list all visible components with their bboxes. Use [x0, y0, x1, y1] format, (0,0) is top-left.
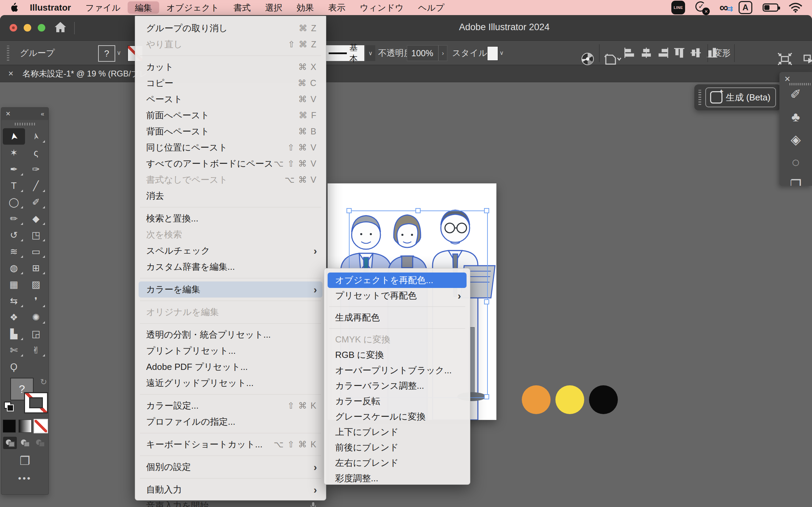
battery-icon[interactable] — [763, 3, 778, 12]
selection-handle[interactable] — [484, 394, 489, 399]
none-button[interactable] — [34, 420, 47, 433]
menu-item[interactable]: プロファイルの指定... — [139, 414, 322, 430]
gradient-tool-icon[interactable]: ▨ — [25, 276, 47, 293]
draw-inside-mode-button[interactable] — [33, 437, 47, 449]
menu-item[interactable]: 同じ位置にペースト⇧ ⌘ V — [139, 140, 322, 156]
menu-item[interactable]: オブジェクトを再配色... — [328, 273, 467, 288]
menu-item[interactable]: カラー反転 — [328, 394, 467, 409]
menu-item[interactable]: プリセットで再配色› — [328, 288, 467, 303]
column-graph-tool-icon[interactable]: ▙ — [3, 326, 25, 342]
transparency-icon[interactable]: ◌ — [792, 156, 800, 169]
home-icon[interactable] — [54, 21, 67, 33]
color-button[interactable] — [3, 420, 16, 433]
line-app-icon[interactable]: LINE — [671, 1, 685, 14]
collapse-panel-icon[interactable]: « — [41, 110, 44, 118]
selection-tool-icon[interactable]: ➤ — [3, 128, 25, 145]
menu-item[interactable]: カラー設定...⇧ ⌘ K — [139, 398, 322, 414]
menu-item[interactable]: 検索と置換... — [139, 210, 322, 227]
stroke-swatch[interactable] — [24, 392, 48, 413]
align-top-icon[interactable] — [673, 47, 685, 59]
menu-item[interactable]: カスタム辞書を編集... — [139, 259, 322, 275]
align-right-icon[interactable] — [657, 47, 669, 59]
edit-toolbar-icon[interactable]: ••• — [1, 473, 48, 484]
swap-fill-stroke-icon[interactable]: ↻ — [40, 377, 47, 387]
width-tool-icon[interactable]: ⇆ — [3, 293, 25, 309]
menu-item[interactable]: スペルチェック› — [139, 243, 322, 259]
black-circle[interactable] — [589, 385, 618, 414]
default-fill-stroke-icon[interactable] — [4, 402, 13, 411]
rotate-tool-icon[interactable]: ↺ — [3, 227, 25, 243]
symbol-sprayer-tool-icon[interactable]: ✺ — [25, 309, 47, 326]
menubar-item[interactable]: 表示 — [321, 1, 353, 14]
style-swatch[interactable] — [487, 46, 498, 61]
menu-item[interactable]: CMYK に変換 — [328, 332, 467, 347]
menu-item[interactable]: 書式なしでペースト⌥ ⌘ V — [139, 172, 322, 188]
menu-item[interactable]: カット⌘ X — [139, 59, 322, 75]
close-window-button[interactable] — [10, 24, 17, 32]
menu-item[interactable]: カラーを編集› — [139, 281, 322, 298]
input-source-icon[interactable]: A — [739, 1, 752, 14]
menu-item[interactable]: グループの取り消し⌘ Z — [139, 20, 322, 36]
layers-icon[interactable]: ◈ — [791, 133, 801, 146]
menu-item[interactable]: 上下にブレンド — [328, 424, 467, 440]
eraser-tool-icon[interactable]: ◆ — [25, 210, 47, 227]
zoom-tool-icon[interactable]: Ϙ — [3, 359, 25, 375]
hand-tool-icon[interactable]: ✌ — [25, 342, 47, 359]
menu-item[interactable]: コピー⌘ C — [139, 75, 322, 91]
align-horizontal-center-icon[interactable] — [640, 47, 652, 59]
panel-grip[interactable] — [789, 83, 811, 85]
menu-item[interactable]: キーボードショートカット...⌥ ⇧ ⌘ K — [139, 436, 322, 452]
menubar-item[interactable]: 編集 — [128, 1, 159, 14]
panel-grip[interactable] — [698, 90, 701, 105]
selection-handle[interactable] — [346, 208, 352, 213]
draw-behind-mode-button[interactable] — [18, 437, 32, 449]
menu-item[interactable]: プリントプリセット... — [139, 343, 322, 359]
apple-icon[interactable] — [10, 3, 18, 12]
generate-beta-button[interactable]: 生成 (Beta) — [705, 87, 776, 107]
perspective-grid-tool-icon[interactable]: ⊞ — [25, 260, 47, 276]
menubar-item[interactable]: ファイル — [78, 1, 128, 14]
tab-close-icon[interactable]: × — [8, 68, 13, 79]
zoom-window-button[interactable] — [38, 24, 45, 32]
menu-item[interactable]: 生成再配色 — [328, 310, 467, 325]
symbols-icon[interactable]: ♣ — [791, 110, 800, 123]
menu-item[interactable]: 消去 — [139, 188, 322, 204]
menu-item[interactable]: 個別の設定› — [139, 459, 322, 475]
creative-cloud-icon[interactable]: ∞⇉ — [719, 1, 728, 14]
align-left-icon[interactable] — [624, 47, 636, 59]
blend-tool-icon[interactable]: ❖ — [3, 309, 25, 326]
menu-item[interactable]: 左右にブレンド — [328, 455, 467, 471]
opacity-expand-button[interactable]: › — [438, 45, 447, 61]
shape-builder-tool-icon[interactable]: ◍ — [3, 260, 25, 276]
menubar-item[interactable]: ウィンドウ — [353, 1, 411, 14]
menu-item[interactable]: 自動入力› — [139, 482, 322, 498]
menu-item[interactable]: すべてのアートボードにペースト⌥ ⇧ ⌘ V — [139, 156, 322, 172]
close-panel-icon[interactable]: ✕ — [784, 75, 790, 84]
slice-tool-icon[interactable]: ✄ — [3, 342, 25, 359]
menu-item[interactable]: 遠近グリッドプリセット... — [139, 375, 322, 391]
panel-grip[interactable] — [15, 123, 35, 125]
artboards-icon[interactable]: ❐ — [790, 178, 801, 186]
close-panel-icon[interactable]: ✕ — [5, 110, 11, 118]
yellow-circle[interactable] — [555, 385, 584, 414]
menu-item[interactable]: オリジナルを編集 — [139, 304, 322, 320]
menu-item[interactable]: カラーバランス調整... — [328, 378, 467, 394]
free-transform-tool-icon[interactable]: ▭ — [25, 243, 47, 260]
control-bar-grip[interactable] — [7, 46, 9, 61]
menu-item[interactable]: 次を検索 — [139, 227, 322, 243]
style-chevron-icon[interactable]: ∨ — [499, 41, 504, 65]
sync-error-icon[interactable]: ✓ ✕ — [695, 1, 709, 14]
selection-handle[interactable] — [484, 208, 489, 213]
scale-tool-icon[interactable]: ◳ — [25, 227, 47, 243]
eyedropper-tool-icon[interactable]: ❜ — [25, 293, 47, 309]
menubar-item[interactable]: 書式 — [226, 1, 258, 14]
menubar-item[interactable]: 効果 — [290, 1, 321, 14]
menu-item[interactable]: Adobe PDF プリセット... — [139, 359, 322, 375]
line-segment-tool-icon[interactable]: ╱ — [25, 178, 47, 194]
orange-circle[interactable] — [522, 385, 551, 414]
screen-mode-button[interactable]: ❐ — [1, 454, 48, 468]
menu-item[interactable]: 彩度調整... — [328, 471, 467, 486]
mesh-tool-icon[interactable]: ▦ — [3, 276, 25, 293]
align-vertical-center-icon[interactable] — [690, 47, 702, 59]
menu-item[interactable]: 前面へペースト⌘ F — [139, 107, 322, 123]
